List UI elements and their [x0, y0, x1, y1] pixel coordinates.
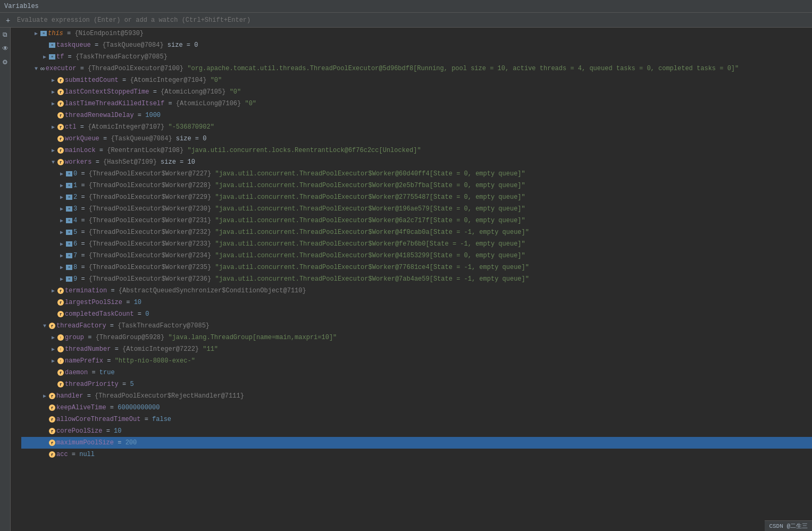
- expand-icon[interactable]: ▶: [40, 53, 49, 61]
- var-content: lastContextStoppedTime = {AtomicLong@710…: [65, 88, 241, 96]
- var-row-maximumpoolsize[interactable]: f maximumPoolSize = 200: [21, 437, 812, 449]
- var-row-group[interactable]: ▶ ↑ group = {ThreadGroup@5928} "java.lan…: [21, 332, 812, 343]
- add-watch-button[interactable]: +: [2, 14, 14, 26]
- field-icon: f: [49, 428, 55, 434]
- var-row-termination[interactable]: ▶ f termination = {AbstractQueuedSynchro…: [21, 285, 812, 297]
- var-row-worker-0[interactable]: ▶ ≡ 0 = {ThreadPoolExecutor$Worker@7227}…: [21, 168, 812, 180]
- expand-icon[interactable]: ▶: [57, 263, 66, 272]
- var-row-worker-4[interactable]: ▶ ≡ 4 = {ThreadPoolExecutor$Worker@7231}…: [21, 215, 812, 226]
- status-bar: CSDN @二生三: [765, 520, 812, 531]
- field-icon: f: [57, 299, 64, 306]
- var-row-this[interactable]: ▶ ≡ this = {NioEndpoint@5930}: [21, 28, 812, 39]
- var-row-worker-8[interactable]: ▶ ≡ 8 = {ThreadPoolExecutor$Worker@7235}…: [21, 262, 812, 273]
- list-icon: ≡: [49, 43, 55, 48]
- var-row-worker-9[interactable]: ▶ ≡ 9 = {ThreadPoolExecutor$Worker@7236}…: [21, 273, 812, 285]
- var-row-workers[interactable]: ▼ f workers = {HashSet@7109} size = 10: [21, 156, 812, 168]
- field-icon: f: [57, 159, 64, 165]
- var-content: group = {ThreadGroup@5928} "java.lang.Th…: [65, 334, 337, 341]
- var-row-executor[interactable]: ▼ ∞ executor = {ThreadPoolExecutor@7100}…: [21, 63, 812, 74]
- expand-icon[interactable]: ▼: [32, 64, 40, 73]
- var-content: submittedCount = {AtomicInteger@7104} "0…: [65, 77, 222, 84]
- expand-icon[interactable]: ▶: [49, 345, 57, 353]
- toolbar: +: [0, 13, 812, 28]
- expand-icon[interactable]: ▶: [40, 392, 49, 400]
- field-icon: f: [57, 311, 64, 317]
- expand-icon[interactable]: ▶: [57, 228, 66, 237]
- expand-icon[interactable]: ▶: [49, 357, 57, 365]
- expand-icon[interactable]: ▶: [32, 29, 40, 38]
- var-row-acc[interactable]: f acc = null: [21, 449, 812, 460]
- var-row-handler[interactable]: ▶ f handler = {ThreadPoolExecutor$Reject…: [21, 390, 812, 402]
- var-content: namePrefix = "http-nio-8080-exec-": [65, 357, 195, 365]
- var-row-worker-6[interactable]: ▶ ≡ 6 = {ThreadPoolExecutor$Worker@7233}…: [21, 238, 812, 250]
- expand-icon[interactable]: ▶: [57, 170, 66, 178]
- var-content: tf = {TaskThreadFactory@7085}: [56, 53, 168, 61]
- field-icon: ↑: [57, 358, 64, 364]
- list-icon: ≡: [66, 195, 72, 200]
- list-icon: ≡: [66, 206, 72, 212]
- expression-input[interactable]: [14, 15, 810, 25]
- var-row-worker-3[interactable]: ▶ ≡ 3 = {ThreadPoolExecutor$Worker@7230}…: [21, 203, 812, 215]
- var-row-allowcorethreadtimeout[interactable]: f allowCoreThreadTimeOut = false: [21, 414, 812, 425]
- var-content: maximumPoolSize = 200: [56, 439, 137, 446]
- watch-icon[interactable]: 👁: [1, 44, 10, 53]
- expand-icon[interactable]: ▶: [49, 146, 57, 155]
- var-row-worker-2[interactable]: ▶ ≡ 2 = {ThreadPoolExecutor$Worker@7229}…: [21, 191, 812, 203]
- var-row-keepalivetime[interactable]: f keepAliveTime = 60000000000: [21, 402, 812, 414]
- settings-icon[interactable]: ⚙: [1, 57, 10, 67]
- var-content: 4 = {ThreadPoolExecutor$Worker@7231} "ja…: [73, 217, 525, 224]
- var-row-completedtaskcount[interactable]: f completedTaskCount = 0: [21, 308, 812, 320]
- copy-icon[interactable]: ⧉: [1, 30, 10, 39]
- var-row-worker-1[interactable]: ▶ ≡ 1 = {ThreadPoolExecutor$Worker@7228}…: [21, 180, 812, 191]
- expand-icon[interactable]: ▶: [57, 181, 66, 190]
- expand-icon[interactable]: ▶: [49, 123, 57, 131]
- var-row-corepoolsize[interactable]: f corePoolSize = 10: [21, 425, 812, 437]
- var-content: threadNumber = {AtomicInteger@7222} "11": [65, 345, 218, 353]
- expand-icon[interactable]: ▶: [49, 99, 57, 108]
- var-row-taskqueue[interactable]: ≡ taskqueue = {TaskQueue@7084} size = 0: [21, 39, 812, 51]
- var-content: 0 = {ThreadPoolExecutor$Worker@7227} "ja…: [73, 170, 525, 178]
- expand-icon[interactable]: ▶: [49, 76, 57, 85]
- var-row-lastcontextstoppedtime[interactable]: ▶ f lastContextStoppedTime = {AtomicLong…: [21, 86, 812, 98]
- expand-icon[interactable]: ▶: [57, 240, 66, 248]
- var-row-worker-7[interactable]: ▶ ≡ 7 = {ThreadPoolExecutor$Worker@7234}…: [21, 250, 812, 262]
- field-icon: f: [57, 288, 64, 294]
- expand-icon[interactable]: ▶: [49, 333, 57, 342]
- variables-panel: ▶ ≡ this = {NioEndpoint@5930} ≡ taskqueu…: [21, 28, 812, 531]
- var-row-worker-5[interactable]: ▶ ≡ 5 = {ThreadPoolExecutor$Worker@7232}…: [21, 226, 812, 238]
- var-row-submittedcount[interactable]: ▶ f submittedCount = {AtomicInteger@7104…: [21, 74, 812, 86]
- field-icon: f: [57, 77, 64, 83]
- var-row-daemon[interactable]: f daemon = true: [21, 367, 812, 378]
- var-content: lastTimeThreadKilledItself = {AtomicLong…: [65, 100, 256, 107]
- expand-icon[interactable]: ▶: [57, 275, 66, 283]
- field-icon: f: [49, 440, 55, 446]
- list-icon: ≡: [66, 241, 72, 247]
- var-row-ctl[interactable]: ▶ f ctl = {AtomicInteger@7107} "-5368709…: [21, 121, 812, 133]
- expand-icon[interactable]: ▶: [49, 286, 57, 295]
- panel-header: Variables: [0, 0, 812, 13]
- expand-icon[interactable]: ▼: [49, 158, 57, 166]
- var-row-nameprefix[interactable]: ▶ ↑ namePrefix = "http-nio-8080-exec-": [21, 355, 812, 367]
- expand-icon[interactable]: ▼: [40, 322, 49, 330]
- expand-icon[interactable]: ▶: [57, 193, 66, 201]
- field-icon: f: [57, 381, 64, 387]
- var-row-mainlock[interactable]: ▶ f mainLock = {ReentrantLock@7108} "jav…: [21, 145, 812, 156]
- var-row-workqueue[interactable]: f workQueue = {TaskQueue@7084} size = 0: [21, 133, 812, 145]
- var-row-threadfactory[interactable]: ▼ f threadFactory = {TaskThreadFactory@7…: [21, 320, 812, 332]
- field-icon: f: [49, 323, 55, 329]
- var-content: 9 = {ThreadPoolExecutor$Worker@7236} "ja…: [73, 275, 529, 283]
- expand-icon[interactable]: ▶: [57, 251, 66, 260]
- var-row-largestpoolsize[interactable]: f largestPoolSize = 10: [21, 297, 812, 308]
- var-row-tf[interactable]: ▶ ≡ tf = {TaskThreadFactory@7085}: [21, 51, 812, 63]
- expand-icon[interactable]: ▶: [49, 88, 57, 96]
- var-row-threadrenewaldelay[interactable]: f threadRenewalDelay = 1000: [21, 109, 812, 121]
- var-row-threadnumber[interactable]: ▶ ↑ threadNumber = {AtomicInteger@7222} …: [21, 343, 812, 355]
- field-icon: f: [57, 112, 64, 119]
- list-icon: ≡: [66, 276, 72, 282]
- var-row-threadpriority[interactable]: f threadPriority = 5: [21, 378, 812, 390]
- var-content: ctl = {AtomicInteger@7107} "-536870902": [65, 123, 214, 131]
- var-row-lasttimethreadkilleditself[interactable]: ▶ f lastTimeThreadKilledItself = {Atomic…: [21, 98, 812, 109]
- expand-icon[interactable]: ▶: [57, 205, 66, 213]
- expand-icon[interactable]: ▶: [57, 216, 66, 225]
- var-content: 6 = {ThreadPoolExecutor$Worker@7233} "ja…: [73, 240, 525, 248]
